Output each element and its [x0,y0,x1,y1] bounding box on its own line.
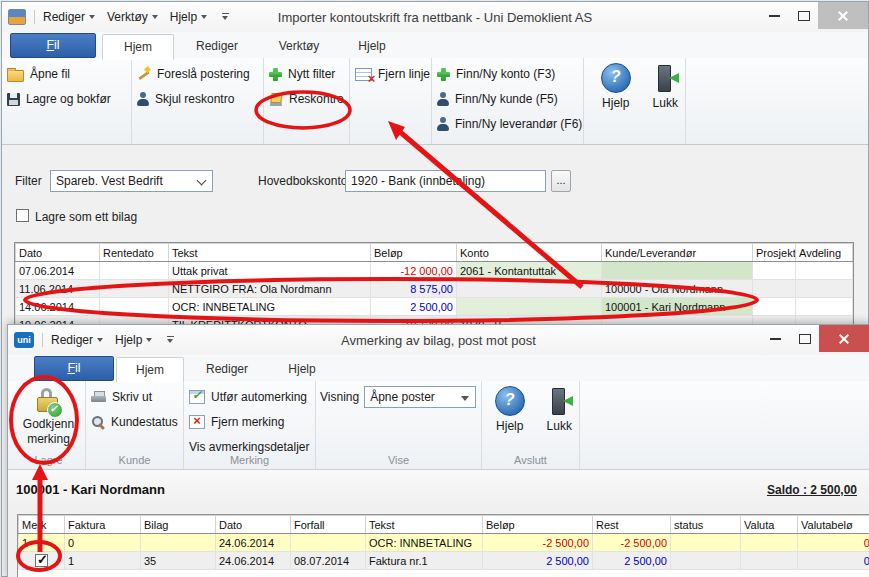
ribbon-group-find: Finn/Ny konto (F3) Finn/Ny kunde (F5) Fi… [432,58,584,144]
cell-valutabelop[interactable]: 0,0 [798,552,869,570]
cell-prosjekt[interactable] [753,298,796,316]
cell-bilag[interactable]: 35 [141,552,216,570]
cell-valuta[interactable] [741,534,798,552]
cell-konto[interactable]: 2061 - Kontantuttak [457,262,602,280]
maximize-button[interactable] [790,325,819,352]
cell-bilag[interactable] [141,534,216,552]
lagre-og-bokfor-button[interactable]: Lagre og bokfør [2,88,131,110]
cell-kunde[interactable]: 100000 - Ola Nordmann [602,280,753,298]
fjern-linje-button[interactable]: Fjern linje [350,63,431,85]
table-row-bank-line[interactable]: 1 0 24.06.2014 OCR: INNBETALING -2 500,0… [19,534,869,552]
close-button[interactable] [819,325,869,352]
skjul-reskontro-button[interactable]: Skjul reskontro [132,88,263,110]
table-row-kari-nordmann[interactable]: 14.06.2014 OCR: INNBETALING 2 500,00 100… [16,298,853,316]
col-bilag: Bilag [141,516,216,534]
hovedbokskonto-input[interactable]: 1920 - Bank (innbetaling) [345,170,546,192]
cell-status[interactable] [671,534,741,552]
finn-ny-kunde-button[interactable]: Finn/Ny kunde (F5) [432,88,583,110]
filter-select[interactable]: Spareb. Vest Bedrift [50,170,213,192]
cell-avdeling[interactable] [796,280,853,298]
cell-dato[interactable]: 14.06.2014 [16,298,100,316]
tab-hjelp[interactable]: Hjelp [344,34,400,58]
cell-rest[interactable]: 2 500,00 [593,552,671,570]
foresla-postering-label: Foreslå postering [157,67,250,81]
cell-belop[interactable]: -12 000,00 [371,262,457,280]
cell-rest[interactable]: -2 500,00 [593,534,671,552]
cell-dato[interactable]: 07.06.2014 [16,262,100,280]
cell-faktura[interactable]: 0 [65,534,141,552]
visning-select[interactable]: Åpne poster [364,386,476,408]
lukk-button[interactable]: Lukk [646,63,686,144]
cell-merk[interactable]: 1 [19,534,65,552]
cell-rentedato[interactable] [100,280,169,298]
tab-rediger[interactable]: Rediger [190,357,264,381]
tab-fil[interactable]: Fil [34,356,114,381]
cell-rentedato[interactable] [100,262,169,280]
cell-forfall[interactable] [291,534,366,552]
menu-rediger[interactable]: Rediger [43,10,95,24]
minimize-button[interactable] [760,2,789,29]
tab-hjem[interactable]: Hjem [116,357,184,383]
col-tekst: Tekst [169,244,371,262]
tab-fil[interactable]: Fil [10,33,96,58]
visning-value: Åpne poster [370,390,435,404]
lukk-label: Lukk [653,96,678,110]
apne-fil-button[interactable]: Åpne fil [2,63,131,85]
table-row[interactable]: 11.06.2014 NETTGIRO FRA: Ola Nordmann 8 … [16,280,853,298]
menu-rediger[interactable]: Rediger [51,333,103,347]
finn-ny-konto-button[interactable]: Finn/Ny konto (F3) [432,63,583,85]
maximize-button[interactable] [789,2,818,29]
cell-valutabelop[interactable]: 0,0 [798,534,869,552]
close-button[interactable] [818,2,868,29]
saldo-value[interactable]: Saldo : 2 500,00 [767,483,857,497]
cell-prosjekt[interactable] [753,262,796,280]
tab-rediger[interactable]: Rediger [180,34,254,58]
hjelp-button[interactable]: Hjelp [596,63,636,144]
browse-button[interactable]: ... [551,170,571,192]
cell-tekst[interactable]: OCR: INNBETALING [169,298,371,316]
cell-konto[interactable] [457,280,602,298]
cell-status[interactable] [671,552,741,570]
tab-hjelp[interactable]: Hjelp [272,357,332,381]
merk-checkbox[interactable] [35,554,48,567]
cell-belop[interactable]: -2 500,00 [483,534,593,552]
cell-prosjekt[interactable] [753,280,796,298]
cell-tekst[interactable]: OCR: INNBETALING [366,534,483,552]
tab-verktoy[interactable]: Verktøy [262,34,336,58]
tab-hjem[interactable]: Hjem [102,34,174,60]
nytt-filter-button[interactable]: Nytt filter [264,63,349,85]
col-belop: Beløp [371,244,457,262]
fjern-merking-button[interactable]: Fjern merking [184,411,315,433]
cell-dato[interactable]: 11.06.2014 [16,280,100,298]
cell-kunde[interactable]: 100001 - Kari Nordmann [602,298,753,316]
cell-tekst[interactable]: Uttak privat [169,262,371,280]
foresla-postering-button[interactable]: Foreslå postering [132,63,263,85]
cell-faktura[interactable]: 1 [65,552,141,570]
lagre-som-ett-bilag-checkbox[interactable] [16,209,29,222]
cell-forfall[interactable]: 08.07.2014 [291,552,366,570]
cell-kunde[interactable] [602,262,753,280]
cell-tekst[interactable]: Faktura nr.1 [366,552,483,570]
table-row-invoice[interactable]: 1 35 24.06.2014 08.07.2014 Faktura nr.1 … [19,552,869,570]
green-check-icon [47,402,63,418]
table-row[interactable]: 07.06.2014 Uttak privat -12 000,00 2061 … [16,262,853,280]
cell-belop[interactable]: 8 575,00 [371,280,457,298]
godkjenn-merking-button[interactable]: Godkjenn merking [14,386,84,446]
skriv-ut-button[interactable]: Skriv ut [86,386,183,408]
reskontro-button[interactable]: Reskontro [264,88,349,110]
cell-rentedato[interactable] [100,298,169,316]
kundestatus-button[interactable]: Kundestatus [86,411,183,433]
minimize-button[interactable] [761,325,790,352]
cell-konto[interactable] [457,298,602,316]
cell-dato[interactable]: 24.06.2014 [216,552,291,570]
finn-ny-leverandor-button[interactable]: Finn/Ny leverandør (F6) [432,113,583,135]
ribbon-group-filter: Nytt filter Reskontro [264,58,350,144]
cell-dato[interactable]: 24.06.2014 [216,534,291,552]
cell-tekst[interactable]: NETTGIRO FRA: Ola Nordmann [169,280,371,298]
cell-belop[interactable]: 2 500,00 [483,552,593,570]
cell-valuta[interactable] [741,552,798,570]
utfor-automerking-button[interactable]: Utfør automerking [184,386,315,408]
cell-avdeling[interactable] [796,262,853,280]
cell-avdeling[interactable] [796,298,853,316]
cell-belop[interactable]: 2 500,00 [371,298,457,316]
